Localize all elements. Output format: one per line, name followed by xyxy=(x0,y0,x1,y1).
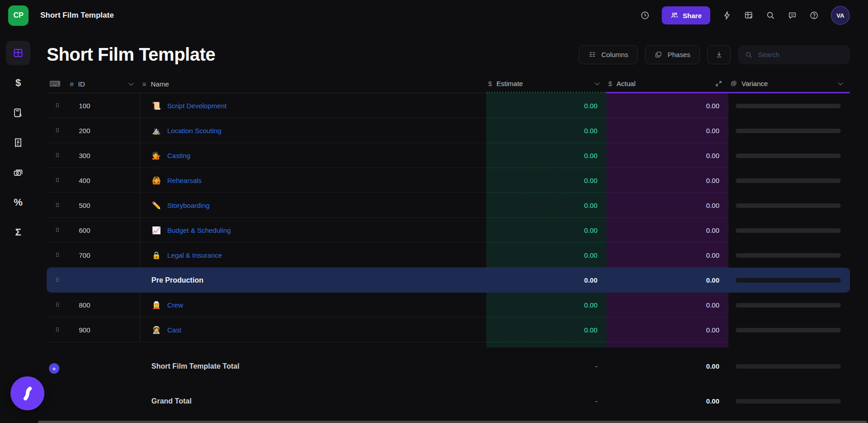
sidebar-item-sum[interactable]: Σ xyxy=(6,220,30,245)
saturation-logo-fab[interactable] xyxy=(10,376,44,410)
download-button[interactable] xyxy=(707,45,731,64)
variance-bar xyxy=(736,303,841,308)
drag-handle[interactable]: ⠿ xyxy=(47,143,68,168)
chevron-down-icon[interactable] xyxy=(838,80,843,85)
column-header-estimate-label: Estimate xyxy=(496,80,523,87)
column-header-actual[interactable]: $ Actual xyxy=(606,75,728,93)
actual-cell[interactable]: 0.00 xyxy=(606,168,728,193)
chart-icon: 📈 xyxy=(151,226,161,235)
variance-bar xyxy=(736,399,841,404)
sidebar-item-receipt[interactable] xyxy=(6,130,30,155)
variance-cell xyxy=(728,118,850,143)
row-name-cell: 🔒Legal & Insurance xyxy=(141,243,486,268)
add-row-button[interactable]: + xyxy=(49,363,59,374)
row-id: 300 xyxy=(68,143,141,168)
estimate-cell[interactable]: 0.00 xyxy=(486,317,606,342)
row-name-link[interactable]: Rehearsals xyxy=(167,177,202,184)
user-avatar[interactable]: VA xyxy=(831,6,850,25)
help-icon[interactable] xyxy=(809,10,819,20)
estimate-cell[interactable]: 0.00 xyxy=(486,93,606,118)
estimate-cell[interactable]: 0.00 xyxy=(486,243,606,268)
bolt-icon[interactable] xyxy=(722,10,732,20)
variance-cell xyxy=(728,218,850,243)
estimate-cell[interactable]: 0.00 xyxy=(486,168,606,193)
drag-handle[interactable]: ⠿ xyxy=(47,93,68,118)
sidebar-item-budget-calculator[interactable]: $ xyxy=(6,101,30,125)
sidebar-item-cash[interactable] xyxy=(6,160,30,185)
variance-cell xyxy=(728,317,850,342)
row-name-cell: ⛰️Location Scouting xyxy=(141,118,486,143)
phases-button[interactable]: Phases xyxy=(645,45,700,64)
actual-cell[interactable]: 0.00 xyxy=(606,93,728,118)
estimate-cell[interactable]: 0.00 xyxy=(486,118,606,143)
estimate-cell[interactable]: 0.00 xyxy=(486,268,606,293)
row-name-link[interactable]: Casting xyxy=(167,152,190,159)
drag-handle[interactable]: ⠿ xyxy=(47,118,68,143)
table-row: ⠿600📈Budget & Scheduling0.000.00 xyxy=(47,218,850,243)
row-name-link[interactable]: Cast xyxy=(167,326,181,334)
spacer-cell xyxy=(486,342,606,347)
search-input[interactable] xyxy=(758,51,843,58)
column-header-estimate[interactable]: $ Estimate xyxy=(486,75,606,93)
sidebar-item-table[interactable] xyxy=(6,41,30,65)
actual-cell[interactable]: 0.00 xyxy=(606,293,728,317)
chevron-down-icon[interactable] xyxy=(595,80,600,85)
drag-handle[interactable]: ⠿ xyxy=(47,218,68,243)
estimate-cell[interactable]: 0.00 xyxy=(486,218,606,243)
group-name: Pre Production xyxy=(151,276,204,284)
drag-handle[interactable]: ⠿ xyxy=(47,193,68,218)
actual-cell[interactable]: 0.00 xyxy=(606,268,728,293)
drag-handle[interactable]: ⠿ xyxy=(47,168,68,193)
column-header-variance[interactable]: Variance xyxy=(728,75,850,93)
sidebar-item-dollar[interactable]: $ xyxy=(6,71,30,95)
search-icon[interactable] xyxy=(766,10,776,20)
row-name-link[interactable]: Location Scouting xyxy=(167,127,221,135)
keyboard-shortcuts-icon[interactable]: ⌨ xyxy=(47,75,68,93)
row-name-link[interactable]: Legal & Insurance xyxy=(167,251,222,259)
drag-handle[interactable]: ⠿ xyxy=(47,317,68,342)
chevron-down-icon[interactable] xyxy=(129,81,134,86)
row-name-link[interactable]: Budget & Scheduling xyxy=(167,226,231,234)
estimate-cell[interactable]: 0.00 xyxy=(486,293,606,317)
actual-cell[interactable]: 0.00 xyxy=(606,243,728,268)
estimate-cell[interactable]: 0.00 xyxy=(486,143,606,168)
actual-cell[interactable]: 0.00 xyxy=(606,143,728,168)
estimate-cell[interactable]: 0.00 xyxy=(486,193,606,218)
scroll-icon: 📜 xyxy=(151,101,161,110)
share-button[interactable]: Share xyxy=(662,6,710,24)
expand-diagonal-icon[interactable] xyxy=(715,80,722,87)
comment-icon[interactable] xyxy=(787,10,797,20)
table-export-icon[interactable] xyxy=(744,10,754,20)
cash-icon xyxy=(13,167,24,178)
table-totals: Short Film Template Total-0.00Grand Tota… xyxy=(47,354,850,413)
rows-icon: ≡ xyxy=(142,80,146,88)
drag-handle[interactable]: ⠿ xyxy=(47,293,68,317)
history-clock-icon[interactable] xyxy=(640,10,650,20)
variance-cell xyxy=(728,268,850,293)
lock-icon: 🔒 xyxy=(151,251,161,260)
actual-cell[interactable]: 0.00 xyxy=(606,193,728,218)
table-grid-icon xyxy=(13,48,24,58)
variance-cell xyxy=(728,193,850,218)
total-actual: 0.00 xyxy=(606,354,728,379)
total-variance-cell xyxy=(728,354,850,379)
row-name-link[interactable]: Script Development xyxy=(167,102,227,110)
drag-handle[interactable]: ⠿ xyxy=(47,268,68,293)
table-row: ⠿200⛰️Location Scouting0.000.00 xyxy=(47,118,850,143)
actual-cell[interactable]: 0.00 xyxy=(606,317,728,342)
horizontal-scrollbar[interactable] xyxy=(38,421,867,423)
drag-handle[interactable]: ⠿ xyxy=(47,243,68,268)
group-row-pre-production: ⠿Pre Production0.000.00 xyxy=(47,268,850,293)
column-header-id[interactable]: # ID xyxy=(68,75,141,93)
workspace-badge[interactable]: CP xyxy=(8,5,29,26)
row-name-link[interactable]: Crew xyxy=(167,301,183,309)
columns-button[interactable]: Columns xyxy=(579,45,638,64)
actual-cell[interactable]: 0.00 xyxy=(606,218,728,243)
row-id xyxy=(68,268,141,293)
table-row: ⠿800🧝Crew0.000.00 xyxy=(47,293,850,317)
row-name-link[interactable]: Storyboarding xyxy=(167,202,209,209)
sidebar-item-percent[interactable]: % xyxy=(6,190,30,215)
variance-bar xyxy=(736,228,841,233)
column-header-name[interactable]: ≡ Name xyxy=(141,75,486,93)
actual-cell[interactable]: 0.00 xyxy=(606,118,728,143)
